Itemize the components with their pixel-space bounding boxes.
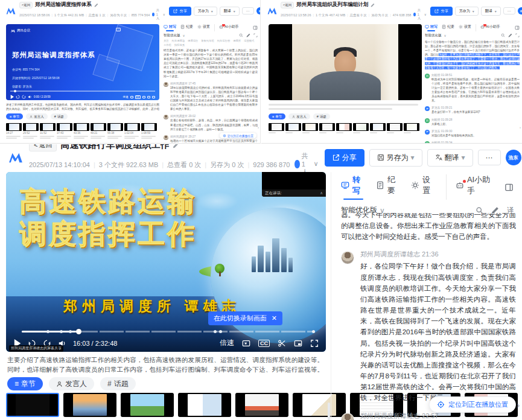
- thumbnails-next-icon[interactable]: ›: [520, 126, 521, 129]
- edit-icon[interactable]: [508, 33, 512, 37]
- expand-panel-icon[interactable]: [253, 33, 258, 37]
- topic-chip[interactable]: 指挥体系: [174, 43, 185, 46]
- transcript-entry[interactable]: 郑州局调度所谭雄志 21:36 好，各位同学下午好！做个自我介绍，我是市局调度所…: [341, 250, 516, 403]
- locate-playing-button[interactable]: 定位到正在播放位置: [429, 396, 516, 413]
- user-avatar[interactable]: 浩: [256, 7, 261, 14]
- progress-knob[interactable]: [14, 90, 16, 92]
- chapter-thumbnail[interactable]: [387, 123, 403, 133]
- close-icon[interactable]: ✕: [272, 314, 277, 322]
- clip-icon[interactable]: [142, 96, 145, 98]
- tab-settings[interactable]: 设置: [197, 24, 210, 31]
- chapter-thumbnail[interactable]: 1:08:59: [141, 123, 157, 139]
- chapter-thumbnail[interactable]: 40:48: [178, 393, 231, 420]
- edit-icon[interactable]: [246, 33, 250, 37]
- chat-entry[interactable]: 刘 刘晓明 01:09:34 现在看见了吗?: [425, 141, 520, 143]
- viewers-chip[interactable]: 共1人∨: [152, 8, 165, 21]
- share-button[interactable]: 分享: [169, 7, 191, 16]
- back-button[interactable]: < 返回: [281, 2, 294, 8]
- share-button[interactable]: 分享: [325, 149, 364, 167]
- collapse-icon[interactable]: ∧: [320, 191, 323, 196]
- topic-chip[interactable]: 列车调度场: [172, 39, 185, 42]
- user-avatar[interactable]: 浩: [518, 7, 522, 14]
- viewers-chip[interactable]: 共1人∨: [413, 8, 427, 21]
- miniplayer-icon[interactable]: [147, 96, 150, 98]
- tab-topics[interactable]: # 话题: [313, 113, 330, 119]
- translate-button[interactable]: 翻译▾: [427, 149, 473, 167]
- tab-topics[interactable]: # 话题: [51, 113, 68, 119]
- chapter-thumbnail[interactable]: 46:56: [235, 393, 288, 420]
- save-as-button[interactable]: 另存为▾: [369, 149, 422, 167]
- progress-bar[interactable]: [10, 91, 155, 92]
- subtitles-button[interactable]: CC: [258, 340, 270, 347]
- speaker-camera-overlay[interactable]: 正在讲话:∧: [262, 172, 326, 197]
- transcript-list[interactable]: 器。今天下午的内容就是包括一些要组织的一些安全方面的调整信息设备。你想出来工作业…: [341, 213, 516, 420]
- tab-speakers[interactable]: 发言人: [49, 377, 94, 390]
- miniplayer-button[interactable]: [294, 339, 302, 348]
- mini-b-video-player[interactable]: [269, 24, 422, 100]
- topic-chip[interactable]: 工作组: [164, 43, 171, 46]
- save-as-button[interactable]: 另存为▾: [194, 7, 217, 16]
- chapter-thumbnail[interactable]: 1:02:04: [124, 123, 140, 139]
- fullscreen-button[interactable]: [310, 339, 319, 348]
- switch-view-tooltip[interactable]: 在此切换录制画面✕: [208, 311, 282, 325]
- chapter-thumbnail[interactable]: [319, 123, 335, 133]
- tab-chapters[interactable]: ≡ 章节: [7, 377, 43, 390]
- chat-entry[interactable]: 罗 罗浩东 01:09:30 对我们现在是不知道都给来的东西。: [425, 129, 520, 138]
- chapter-marker[interactable]: [214, 330, 217, 333]
- video-player[interactable]: 高速铁路运输调度指挥工作 郑州局调度所 谭雄志 正在讲话:∧ 在此切换录制画面✕: [6, 172, 326, 352]
- panel-toggle-icon[interactable]: [504, 183, 514, 192]
- speed-button[interactable]: 倍速: [123, 95, 129, 98]
- tab-minutes[interactable]: 纪要: [376, 174, 401, 200]
- volume-icon[interactable]: [28, 95, 32, 99]
- more-button[interactable]: ···: [478, 150, 501, 165]
- expand-panel-icon[interactable]: [515, 33, 520, 37]
- tab-chapters[interactable]: ≡ 章节: [269, 113, 285, 119]
- chapter-thumbnail[interactable]: [370, 123, 386, 133]
- translate-button[interactable]: 翻译▾: [481, 7, 501, 16]
- play-icon[interactable]: [10, 95, 14, 99]
- mini-a-video-player[interactable]: 腾讯会议 郑州局运输调度指挥体系 会议号: 855 774 564 开始录制时间…: [6, 24, 159, 100]
- chapter-thumbnail[interactable]: 55:38: [107, 123, 123, 139]
- thumbnails-next-icon[interactable]: ›: [258, 126, 259, 129]
- chat-entry[interactable]: 罗 罗浩东 01:09:21 是在这打听一下，你有共享这家屏幕吗?: [425, 106, 520, 114]
- speed-button[interactable]: 倍速: [220, 338, 234, 348]
- more-button[interactable]: ···: [242, 7, 254, 14]
- rewind-icon[interactable]: [16, 95, 20, 99]
- chat-entry[interactable]: 刘 刘晓明 01:09:28 大家晚上好。: [425, 118, 520, 126]
- transcript-entry[interactable]: 郑州局调度所 17:45 18年以前我管铁路总公司的时候，郑州铁路局有列车以前就…: [164, 81, 258, 112]
- tab-ai-assistant[interactable]: AI小助手: [214, 24, 239, 31]
- chapter-thumbnail[interactable]: 01:44: [6, 393, 59, 420]
- tab-minutes[interactable]: 纪要: [180, 24, 193, 31]
- tab-minutes[interactable]: 纪要: [442, 24, 454, 31]
- tab-speakers[interactable]: 发言人: [26, 113, 48, 119]
- tab-speakers[interactable]: 发言人: [288, 113, 310, 119]
- chat-entry[interactable]: 刘 刘晓明 01:08:51 铁路成为单位对到应钢材系统，相对是一种谁生。运输资…: [425, 73, 520, 103]
- topic-chip[interactable]: 装备列车组: [201, 39, 214, 42]
- topic-chip[interactable]: 关注: [164, 39, 169, 42]
- pip-button[interactable]: [242, 339, 250, 348]
- tab-transcribe[interactable]: 转写: [164, 24, 176, 31]
- chapter-thumbnail[interactable]: [404, 123, 419, 133]
- forward-icon[interactable]: [22, 95, 26, 99]
- subtitles-icon[interactable]: CC: [135, 95, 141, 99]
- chapter-marker[interactable]: [219, 330, 222, 333]
- search-icon[interactable]: [239, 33, 243, 37]
- chapter-marker[interactable]: [60, 330, 63, 333]
- chapter-thumbnail[interactable]: 25:52: [23, 123, 39, 139]
- translate-button[interactable]: 翻译▾: [220, 7, 240, 16]
- tab-settings[interactable]: 设置: [459, 24, 471, 31]
- back-button[interactable]: < 返回: [29, 144, 57, 151]
- chapter-thumbnail[interactable]: 14:27: [6, 123, 22, 139]
- tab-ai-assistant[interactable]: AI小助手: [446, 174, 494, 200]
- clip-button[interactable]: [278, 339, 286, 348]
- save-as-button[interactable]: 另存为▾: [455, 7, 479, 16]
- tab-topics[interactable]: # 话题: [100, 377, 136, 390]
- chapter-thumbnail[interactable]: 31:52: [40, 123, 56, 139]
- user-avatar[interactable]: 浩东: [506, 150, 521, 165]
- chapter-thumbnail[interactable]: 33:17: [121, 393, 174, 420]
- tab-transcribe[interactable]: 转写: [341, 174, 366, 200]
- tab-settings[interactable]: 设置: [411, 174, 436, 200]
- topic-chip[interactable]: 列车运行图: [217, 39, 230, 42]
- edit-title-icon[interactable]: [173, 144, 179, 148]
- pip-icon[interactable]: [130, 96, 133, 98]
